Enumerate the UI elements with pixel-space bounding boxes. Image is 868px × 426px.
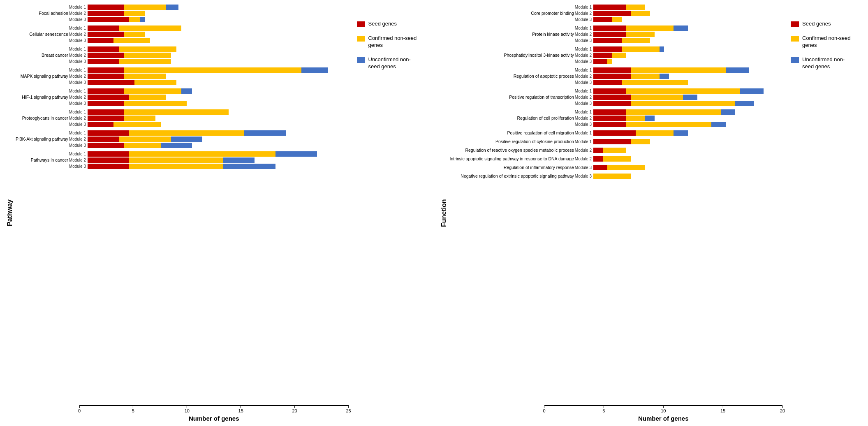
group-6: Positive regulation of cell migration Mo… — [450, 130, 592, 136]
group-bars-8 — [593, 147, 782, 153]
group-4: Module 1Positive regulation of transcrip… — [450, 88, 592, 106]
bar-row — [593, 130, 782, 136]
label-row: Module 3 — [16, 100, 86, 106]
legend-confirmed: Confirmed non-seed genes — [357, 35, 422, 49]
bar-seed — [593, 139, 631, 144]
label-row: Regulation of apoptotic process Module 2 — [450, 73, 592, 79]
bar-seed — [593, 95, 631, 100]
module-label: Module 1 — [69, 47, 86, 51]
bar-row — [593, 67, 782, 73]
right-legend-seed-box — [791, 21, 799, 27]
bar-seed — [593, 122, 627, 127]
module-label: Module 2 — [575, 116, 592, 120]
module-label: Module 2 — [575, 148, 592, 153]
bar-unconfirmed — [674, 25, 688, 31]
chart-container: Pathway Module 1Focal adhesion Module 2M… — [4, 4, 864, 422]
bar-row — [593, 73, 782, 79]
group-bars-1 — [88, 25, 349, 44]
bar-row — [88, 25, 349, 31]
right-legend-confirmed: Confirmed non-seed genes — [791, 35, 856, 49]
bar-confirmed — [631, 101, 735, 106]
legend-unconfirmed-box — [357, 57, 365, 63]
module-label: Module 2 — [575, 53, 592, 58]
module-label: Module 3 — [575, 165, 592, 170]
tick-label: 10 — [661, 408, 666, 413]
x-tick: 15 — [238, 406, 243, 413]
group-bars-7 — [88, 151, 349, 169]
bar-seed — [88, 95, 130, 100]
right-bars-area — [593, 4, 782, 404]
x-tick: 10 — [661, 406, 666, 413]
label-row: Focal adhesion Module 2 — [16, 10, 86, 16]
module-label: Module 2 — [575, 157, 592, 161]
label-row: Module 3 — [450, 37, 592, 44]
tick-label: 15 — [238, 408, 243, 413]
bar-row — [593, 37, 782, 44]
bar-row — [593, 58, 782, 65]
bar-confirmed — [124, 101, 187, 106]
group-0: Module 1Focal adhesion Module 2Module 3 — [16, 4, 86, 23]
bar-seed — [88, 88, 124, 94]
bar-confirmed — [129, 157, 223, 163]
bar-confirmed — [626, 122, 711, 127]
module-label: Module 1 — [69, 152, 86, 156]
label-row: Regulation of reactive oxygen species me… — [450, 147, 592, 153]
bar-confirmed — [129, 151, 275, 157]
pathway-name: Regulation of reactive oxygen species me… — [465, 148, 574, 153]
label-row: Module 1 — [450, 25, 592, 31]
module-label: Module 3 — [575, 38, 592, 43]
module-label: Module 2 — [575, 74, 592, 79]
bar-row — [88, 157, 349, 163]
label-row: Positive regulation of transcription Mod… — [450, 94, 592, 100]
bar-unconfirmed — [171, 137, 202, 142]
module-label: Module 2 — [69, 116, 86, 120]
label-row: Module 1 — [450, 67, 592, 73]
bar-confirmed — [119, 46, 176, 52]
left-x-axis: 0510152025 — [79, 404, 349, 413]
bar-row — [593, 173, 782, 179]
x-tick: 10 — [185, 406, 190, 413]
bar-unconfirmed — [721, 109, 735, 115]
module-label: Module 3 — [69, 59, 86, 64]
bar-confirmed — [129, 95, 166, 100]
label-row: Module 1 — [16, 88, 86, 94]
group-3: Module 1MAPK signaling pathway Module 2M… — [16, 67, 86, 86]
right-legend-seed-text: Seed genes — [802, 21, 831, 28]
pathway-name: Breast cancer — [42, 53, 68, 58]
tick-line — [133, 406, 133, 408]
x-axis-line: 0510152025 — [79, 405, 349, 413]
bar-confirmed — [631, 74, 660, 79]
bar-seed — [593, 148, 603, 153]
label-row: Module 1 — [16, 109, 86, 115]
bar-confirmed — [603, 148, 627, 153]
bar-unconfirmed — [244, 130, 286, 136]
group-11: Negative regulation of extrinsic apoptot… — [450, 173, 592, 179]
right-legend-seed: Seed genes — [791, 21, 831, 28]
pathway-name: Positive regulation of cytokine producti… — [495, 139, 574, 144]
bar-unconfirmed — [223, 164, 275, 169]
label-row: MAPK signaling pathway Module 2 — [16, 73, 86, 79]
label-row: Module 3 — [450, 121, 592, 127]
pathway-name: HIF-1 signaling pathway — [22, 95, 68, 100]
bar-seed — [88, 122, 113, 127]
group-bars-6 — [88, 130, 349, 148]
bar-confirmed — [622, 46, 660, 52]
group-1: Module 1Cellular senescence Module 2Modu… — [16, 25, 86, 44]
module-label: Module 1 — [69, 131, 86, 135]
bar-row — [593, 10, 782, 16]
bar-seed — [593, 116, 627, 121]
bar-confirmed — [134, 80, 176, 85]
pathway-name: Negative regulation of extrinsic apoptot… — [461, 174, 574, 179]
group-bars-4 — [88, 88, 349, 106]
label-row: Module 1 — [16, 25, 86, 31]
bar-row — [88, 142, 349, 148]
right-legend-confirmed-box — [791, 36, 799, 42]
module-label: Module 2 — [575, 95, 592, 100]
bar-seed — [593, 25, 627, 31]
label-row: Core promoter binding Module 2 — [450, 10, 592, 16]
right-legend-confirmed-text: Confirmed non-seed genes — [802, 35, 856, 49]
bar-seed — [593, 74, 631, 79]
left-x-label: Number of genes — [79, 415, 349, 422]
module-label: Module 3 — [69, 101, 86, 106]
tick-line — [723, 406, 723, 408]
